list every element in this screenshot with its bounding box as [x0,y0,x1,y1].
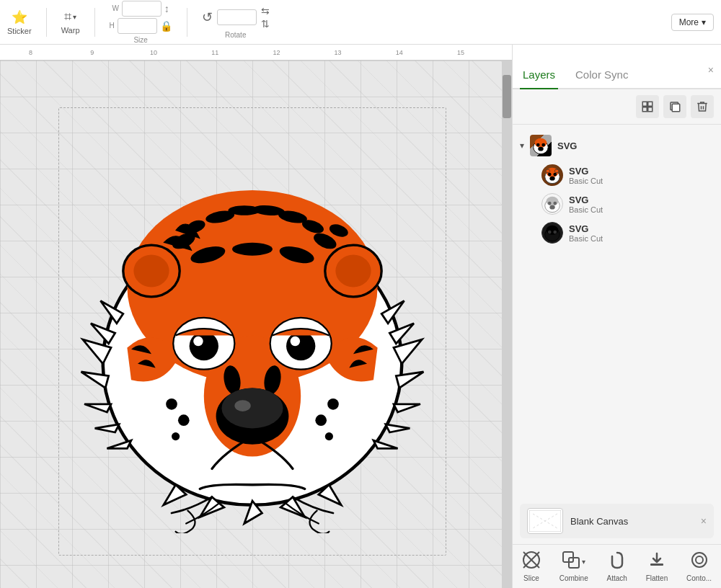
main-area: 8 9 10 11 12 13 14 15 [0,45,721,588]
svg-point-50 [234,400,250,411]
svg-point-72 [548,173,552,177]
blank-canvas-row: Blank Canvas × [520,504,714,538]
svg-rect-62 [672,104,680,112]
sticker-icon: ⭐ [12,9,27,25]
layer-sublabel-1: Basic Cut [569,177,603,185]
rotate-input[interactable] [221,13,253,22]
combine-tool[interactable]: ▾ Combine [559,551,588,582]
svg-marker-3 [84,404,111,412]
svg-point-56 [325,432,333,440]
svg-point-38 [335,255,371,288]
svg-marker-9 [396,372,423,388]
svg-rect-59 [642,107,647,112]
separator-2 [94,8,95,37]
combine-icon [562,551,580,573]
svg-point-79 [549,205,554,210]
panel-close-button[interactable]: × [708,64,714,76]
flip-h-icon[interactable]: ⇆ [261,5,270,17]
size-tool[interactable]: W ↕ H 🔒 Size [110,1,172,44]
svg-point-71 [554,169,559,173]
slice-label: Slice [523,574,539,582]
svg-marker-10 [394,404,420,412]
attach-tool[interactable]: Attach [607,551,627,582]
chevron-down-icon: ▾ [520,141,524,151]
panel-toolbar [513,89,721,125]
svg-point-95 [696,556,703,564]
ruler-num-12: 12 [273,49,280,56]
blank-canvas-label: Blank Canvas [570,516,628,527]
warp-chevron-icon: ▾ [73,13,76,21]
contour-label: Conto... [686,574,712,582]
design-canvas[interactable] [0,61,512,588]
ruler-num-13: 13 [335,49,342,56]
svg-point-54 [327,398,339,410]
svg-point-47 [291,337,300,346]
layer-group-svg: ▾ SVG [513,130,721,247]
rotate-tool[interactable]: ↺ ⇆ ⇅ Rotate [202,5,270,39]
combine-dropdown-icon[interactable]: ▾ [582,558,585,566]
svg-marker-4 [95,424,120,432]
layer-thumb-2 [541,193,563,215]
more-button[interactable]: More ▾ [671,14,714,31]
tiger-svg[interactable] [50,130,454,533]
scrollbar-thumb[interactable] [503,75,511,118]
add-layer-button[interactable] [636,95,659,118]
svg-point-46 [286,331,315,360]
separator-1 [46,8,47,37]
sticker-tool[interactable]: ⭐ Sticker [7,9,32,35]
height-input[interactable] [121,22,154,30]
svg-point-78 [553,202,557,205]
svg-marker-11 [386,424,410,432]
layer-thumb-1 [541,164,563,186]
group-thumbnail [530,135,552,156]
panel-bottom-toolbar: Slice ▾ Combine [513,544,721,588]
layer-item-text-1: SVG Basic Cut [569,166,603,185]
tab-color-sync[interactable]: Color Sync [572,68,631,89]
rotate-label: Rotate [225,31,246,39]
attach-icon [608,551,627,573]
delete-layer-button[interactable] [691,95,714,118]
tiger-image-container[interactable] [22,82,483,581]
rotate-icon: ↺ [202,9,213,25]
right-panel: Layers Color Sync × [512,45,721,588]
svg-marker-5 [107,440,131,448]
svg-point-82 [548,231,552,234]
warp-icon: ⌗ [64,9,71,24]
flatten-tool[interactable]: Flatten [646,551,668,582]
ruler-num-11: 11 [211,49,218,56]
width-input[interactable] [125,4,158,13]
layer-thumb-3 [541,222,563,244]
svg-point-66 [541,143,545,147]
svg-marker-12 [373,440,398,448]
contour-tool[interactable]: Conto... [686,551,712,582]
tab-layers[interactable]: Layers [520,68,558,89]
vertical-scrollbar[interactable] [502,61,512,588]
layer-item-1[interactable]: SVG Basic Cut [513,161,721,190]
ruler-num-10: 10 [150,49,157,56]
size-label: Size [133,36,147,44]
flip-v-icon[interactable]: ⇅ [261,18,270,30]
svg-marker-2 [81,372,109,388]
warp-tool[interactable]: ⌗ ▾ Warp [61,9,80,35]
layer-list: ▾ SVG [513,125,721,498]
slice-tool[interactable]: Slice [522,551,541,582]
svg-point-65 [536,143,540,147]
layer-sublabel-2: Basic Cut [569,205,603,214]
warp-label: Warp [61,26,80,35]
layer-label-3: SVG [569,223,603,234]
svg-point-74 [549,177,554,181]
svg-point-70 [546,169,550,173]
blank-canvas-close-button[interactable]: × [701,515,707,527]
layer-label-2: SVG [569,195,603,205]
blank-canvas-preview [527,508,563,534]
duplicate-layer-button[interactable] [663,95,686,118]
flatten-label: Flatten [646,574,668,582]
svg-point-77 [548,202,552,205]
ruler-num-14: 14 [396,49,403,56]
layer-item-3[interactable]: SVG Basic Cut [513,218,721,247]
layer-item-2[interactable]: SVG Basic Cut [513,190,721,218]
canvas-area: 8 9 10 11 12 13 14 15 [0,45,512,588]
svg-point-76 [547,197,559,206]
layer-group-header[interactable]: ▾ SVG [513,130,721,161]
horizontal-ruler: 8 9 10 11 12 13 14 15 [0,45,512,61]
